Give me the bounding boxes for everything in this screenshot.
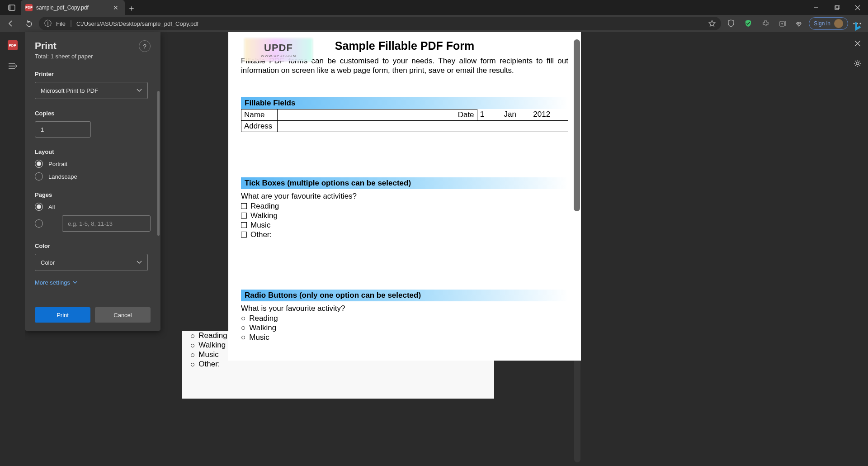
adblock-shield-icon[interactable] <box>740 16 756 31</box>
date-day[interactable]: 1 <box>480 110 502 119</box>
printer-value: Microsoft Print to PDF <box>41 87 98 94</box>
radio-option[interactable]: ○Walking <box>241 323 568 333</box>
address-field[interactable] <box>278 120 568 132</box>
checkbox-icon <box>241 213 247 219</box>
window-minimize-button[interactable] <box>806 0 826 15</box>
layout-landscape-option[interactable]: Landscape <box>35 172 151 181</box>
address-bar[interactable]: ⓘ File | C:/Users/ASUS/Desktop/sample_pd… <box>39 17 721 30</box>
sign-in-label: Sign in <box>814 20 830 27</box>
pages-all-label: All <box>48 204 55 210</box>
print-subtitle: Total: 1 sheet of paper <box>35 53 93 60</box>
close-preview-button[interactable] <box>854 40 861 47</box>
copies-input[interactable]: 1 <box>35 121 91 138</box>
svg-rect-3 <box>835 6 839 10</box>
checkbox-icon <box>241 222 247 228</box>
chevron-down-icon <box>137 261 142 264</box>
chevron-down-icon <box>73 281 77 284</box>
pdf-document-icon: PDF <box>8 40 18 50</box>
browser-tab[interactable]: PDF sample_pdf_Copy.pdf ✕ <box>21 0 125 15</box>
pages-label: Pages <box>35 191 151 198</box>
preview-scrollbar-track[interactable] <box>574 36 580 462</box>
copies-value: 1 <box>41 126 44 133</box>
color-label: Color <box>35 243 151 249</box>
radio-option[interactable]: ○Reading <box>241 314 568 323</box>
table-row: Address <box>241 120 568 132</box>
wellness-icon[interactable] <box>792 16 808 31</box>
tick-option[interactable]: Other: <box>241 230 568 239</box>
radio-icon <box>35 219 43 228</box>
pages-all-option[interactable]: All <box>35 203 151 211</box>
collections-icon[interactable] <box>774 16 791 31</box>
table-row: Name Date 1 Jan 2012 <box>241 109 568 120</box>
layout-portrait-option[interactable]: Portrait <box>35 160 151 168</box>
date-label: Date <box>455 109 477 120</box>
preview-page: UPDF WWW.UPDF.COM Sample Fillable PDF Fo… <box>228 32 581 361</box>
radio-icon: ○ <box>241 324 245 332</box>
print-dialog: Print Total: 1 sheet of paper ? Printer … <box>25 32 160 331</box>
site-info-icon[interactable]: ⓘ <box>44 19 52 29</box>
url-path: C:/Users/ASUS/Desktop/sample_pdf_Copy.pd… <box>76 20 198 27</box>
tracking-prevention-icon[interactable] <box>723 16 739 31</box>
name-field[interactable] <box>278 109 455 120</box>
address-label: Address <box>241 120 278 132</box>
copies-label: Copies <box>35 110 151 117</box>
watermark-brand: UPDF <box>264 42 293 54</box>
tick-option[interactable]: Reading <box>241 202 568 211</box>
new-tab-button[interactable]: ＋ <box>125 1 138 15</box>
cancel-button[interactable]: Cancel <box>95 307 151 323</box>
nav-refresh-button[interactable] <box>21 16 37 31</box>
radio-icon <box>35 172 43 181</box>
avatar-icon <box>834 19 843 28</box>
tick-option[interactable]: Walking <box>241 211 568 220</box>
settings-gear-icon[interactable] <box>854 59 862 67</box>
pages-custom-option[interactable]: e.g. 1-5, 8, 11-13 <box>35 215 151 232</box>
cancel-button-label: Cancel <box>113 312 132 319</box>
layout-portrait-label: Portrait <box>48 161 67 167</box>
print-title: Print <box>35 40 93 51</box>
more-settings-label: More settings <box>35 279 70 286</box>
print-dialog-body[interactable]: Print Total: 1 sheet of paper ? Printer … <box>25 32 160 301</box>
checkbox-icon <box>241 232 247 238</box>
svg-rect-1 <box>9 5 11 10</box>
radio-icon: ○ <box>241 333 245 341</box>
color-value: Color <box>41 259 55 266</box>
svg-point-19 <box>856 62 859 65</box>
color-select[interactable]: Color <box>35 254 148 271</box>
pdf-favicon-icon: PDF <box>25 4 33 11</box>
sign-in-button[interactable]: Sign in <box>809 17 848 30</box>
window-maximize-button[interactable] <box>826 0 847 15</box>
layout-label: Layout <box>35 148 151 155</box>
printer-label: Printer <box>35 71 151 77</box>
chevron-down-icon <box>137 89 142 92</box>
favorite-icon[interactable] <box>708 20 716 27</box>
layout-landscape-label: Landscape <box>48 173 77 180</box>
tick-question: What are your favourite activities? <box>241 192 568 201</box>
toc-icon[interactable] <box>9 63 17 69</box>
checkbox-icon <box>241 203 247 209</box>
more-settings-toggle[interactable]: More settings <box>35 279 151 286</box>
pages-range-input[interactable]: e.g. 1-5, 8, 11-13 <box>62 215 151 232</box>
radio-icon: ○ <box>241 314 245 322</box>
fillable-fields-table: Name Date 1 Jan 2012 Address <box>241 109 568 132</box>
radio-icon <box>35 203 43 211</box>
tab-close-button[interactable]: ✕ <box>111 4 120 11</box>
print-help-button[interactable]: ? <box>139 40 151 52</box>
date-year[interactable]: 2012 <box>533 110 560 119</box>
extensions-icon[interactable] <box>757 16 774 31</box>
nav-back-button[interactable] <box>3 16 19 31</box>
tab-title: sample_pdf_Copy.pdf <box>36 5 108 11</box>
section-tick-header: Tick Boxes (multiple options can be sele… <box>241 177 568 189</box>
print-button[interactable]: Print <box>35 307 90 323</box>
window-close-button[interactable] <box>847 0 868 15</box>
print-panel-scrollbar[interactable] <box>157 91 160 236</box>
printer-select[interactable]: Microsoft Print to PDF <box>35 82 148 99</box>
tab-actions-button[interactable] <box>3 0 21 15</box>
print-preview: UPDF WWW.UPDF.COM Sample Fillable PDF Fo… <box>228 32 581 466</box>
radio-option[interactable]: ○Music <box>241 333 568 342</box>
date-month[interactable]: Jan <box>504 110 531 119</box>
tick-option[interactable]: Music <box>241 221 568 230</box>
preview-scrollbar-thumb[interactable] <box>574 39 580 211</box>
name-label: Name <box>241 109 278 120</box>
url-scheme: File <box>56 20 66 27</box>
radio-icon <box>35 160 43 168</box>
